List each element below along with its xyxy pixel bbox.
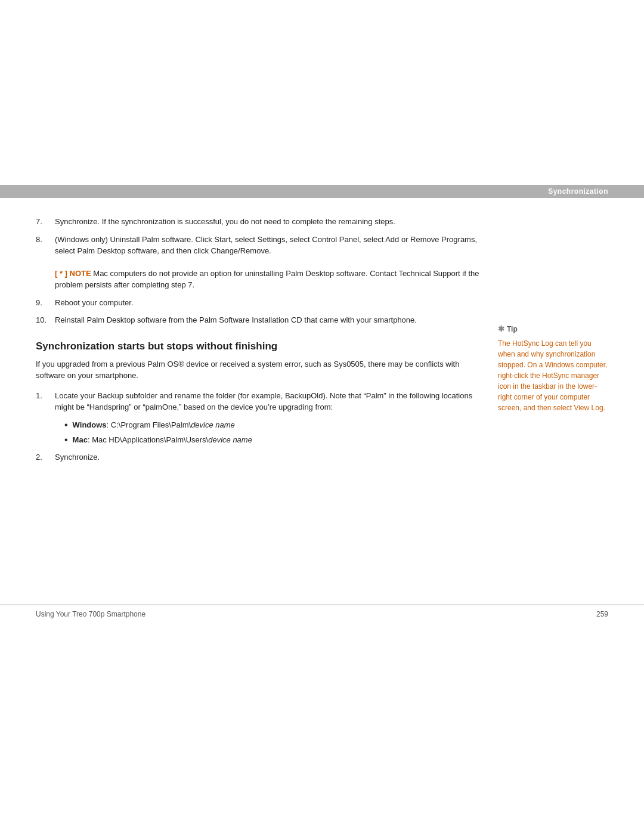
bullet-item-mac: • Mac: Mac HD\Applications\Palm\Users\de… (64, 434, 480, 447)
footer-left: Using Your Treo 700p Smartphone (36, 610, 145, 618)
list-item-7: 7. Synchronize. If the synchronization i… (36, 216, 480, 228)
sub-list-item-1: 1. Locate your Backup subfolder and rena… (36, 390, 480, 413)
bullet-list: • Windows: C:\Program Files\Palm\device … (64, 419, 480, 447)
footer: Using Your Treo 700p Smartphone 259 (0, 605, 644, 618)
sub-list-content-1: Locate your Backup subfolder and rename … (55, 390, 480, 413)
section-heading: Synchronization starts but stops without… (36, 340, 480, 352)
sub-numbered-list: 1. Locate your Backup subfolder and rena… (36, 390, 480, 413)
bullet-dot-1: • (64, 419, 68, 432)
list-content-10: Reinstall Palm Desktop software from the… (55, 314, 417, 326)
section-header-bar: Synchronization (0, 185, 644, 198)
bullet-italic-windows: device name (191, 420, 235, 429)
sub-list-item-2: 2. Synchronize. (36, 451, 480, 463)
tip-box: ✱ Tip The HotSync Log can tell you when … (498, 323, 608, 413)
note-text: Mac computers do not provide an option f… (55, 269, 479, 290)
tip-header: ✱ Tip (498, 323, 608, 335)
note-box: [ * ] NOTE Mac computers do not provide … (55, 268, 480, 291)
list-item-9: 9. Reboot your computer. (36, 297, 480, 309)
list-content-8: (Windows only) Uninstall Palm software. … (55, 234, 480, 257)
bullet-text-mac: : Mac HD\Applications\Palm\Users\ (88, 435, 208, 444)
tip-star-icon: ✱ (498, 323, 504, 335)
sidebar-column: ✱ Tip The HotSync Log can tell you when … (498, 216, 608, 469)
sub-list-num-1: 1. (36, 390, 55, 413)
bottom-space (0, 487, 644, 702)
bullet-content-mac: Mac: Mac HD\Applications\Palm\Users\devi… (73, 434, 252, 446)
bullet-text-windows: : C:\Program Files\Palm\ (107, 420, 191, 429)
list-num-10: 10. (36, 314, 55, 326)
list-item-8: 8. (Windows only) Uninstall Palm softwar… (36, 234, 480, 257)
list-item-10: 10. Reinstall Palm Desktop software from… (36, 314, 480, 326)
bullet-dot-2: • (64, 434, 68, 447)
bullet-italic-mac: device name (208, 435, 252, 444)
bullet-label-windows: Windows (73, 420, 107, 429)
footer-right: 259 (596, 610, 608, 618)
numbered-list-top: 7. Synchronize. If the synchronization i… (36, 216, 480, 257)
sub-list-content-2: Synchronize. (55, 451, 100, 463)
bullet-label-mac: Mac (73, 435, 88, 444)
list-content-9: Reboot your computer. (55, 297, 134, 309)
numbered-list-mid: 9. Reboot your computer. 10. Reinstall P… (36, 297, 480, 326)
bullet-content-windows: Windows: C:\Program Files\Palm\device na… (73, 419, 235, 431)
top-space (0, 0, 644, 185)
main-column: 7. Synchronize. If the synchronization i… (36, 216, 498, 469)
tip-text: The HotSync Log can tell you when and wh… (498, 338, 608, 413)
list-num-8: 8. (36, 234, 55, 257)
section-intro: If you upgraded from a previous Palm OS®… (36, 358, 480, 382)
sub-numbered-list-2: 2. Synchronize. (36, 451, 480, 463)
content-area: 7. Synchronize. If the synchronization i… (0, 198, 644, 487)
note-label: [ * ] NOTE (55, 269, 91, 278)
sub-list-num-2: 2. (36, 451, 55, 463)
list-num-9: 9. (36, 297, 55, 309)
list-num-7: 7. (36, 216, 55, 228)
section-header-label: Synchronization (548, 187, 608, 196)
bullet-item-windows: • Windows: C:\Program Files\Palm\device … (64, 419, 480, 432)
page: Synchronization 7. Synchronize. If the s… (0, 0, 644, 833)
tip-label: Tip (507, 324, 518, 335)
list-content-7: Synchronize. If the synchronization is s… (55, 216, 395, 228)
